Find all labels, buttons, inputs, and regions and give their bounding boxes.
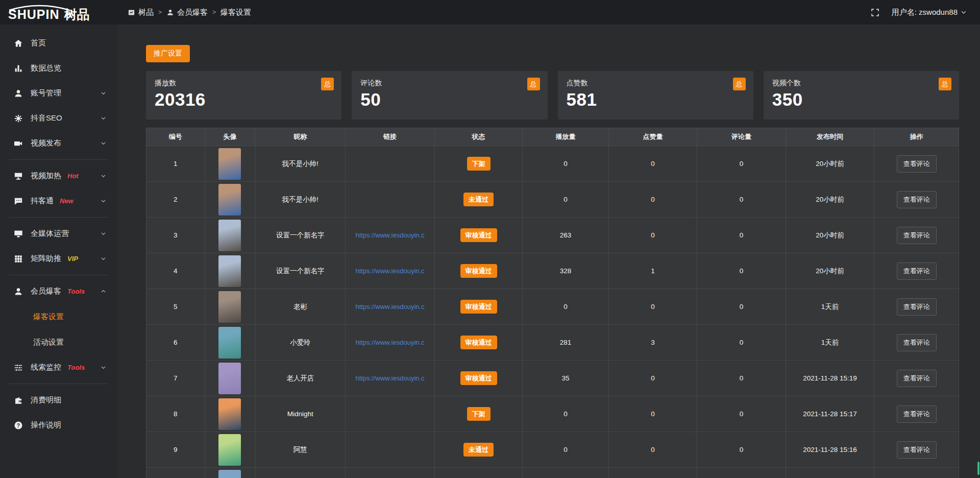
table-row: 3 设置一个新名字 https://www.iesdouyin.c 审核通过 2…: [146, 218, 959, 253]
sidebar-divider: [9, 275, 108, 275]
sidebar-item-video-heat[interactable]: 视频加热 Hot: [0, 163, 117, 188]
view-comments-button[interactable]: 查看评论: [897, 227, 937, 244]
video-link[interactable]: https://www.iesdouyin.c: [356, 231, 425, 239]
cell-likes: 0: [608, 182, 697, 218]
avatar-boy-portrait: [218, 148, 241, 180]
cell-avatar: [205, 432, 255, 468]
cell-status: 未通过: [435, 182, 523, 218]
cell-likes: 0: [608, 432, 697, 468]
column-header: 编号: [146, 128, 205, 146]
cell-action: 查看评论: [874, 218, 959, 253]
sidebar: 首页 数据总览 账号管理 抖音SEO 视频发布 视频加热 Hot 抖客通 New: [0, 25, 117, 478]
table-row: 7 老人开店 https://www.iesdouyin.c 审核通过 35 0…: [146, 361, 959, 396]
sidebar-divider: [9, 217, 108, 218]
sidebar-item-clue-monitor[interactable]: 线索监控 Tools: [0, 355, 117, 380]
chat-icon: [14, 197, 23, 206]
cell-status: 下架: [435, 146, 523, 182]
cell-time: 2021-11-28 15:16: [786, 432, 874, 468]
sidebar-item-home[interactable]: 首页: [0, 31, 117, 56]
avatar-person-photo: [218, 327, 241, 358]
user-menu[interactable]: 用户名: zswodun88: [892, 8, 967, 17]
total-badge: 总: [939, 78, 951, 90]
cell-comments: 0: [697, 325, 786, 361]
sidebar-item-matrix-boost[interactable]: 矩阵助推 VIP: [0, 246, 117, 271]
sidebar-subitem-activity-settings[interactable]: 活动设置: [0, 329, 117, 355]
total-badge: 总: [321, 78, 334, 90]
cell-likes: 0: [608, 289, 697, 325]
sidebar-item-all-media-operation[interactable]: 全媒体运营: [0, 221, 117, 246]
sidebar-item-tag: New: [60, 197, 74, 205]
video-link[interactable]: https://www.iesdouyin.c: [356, 374, 425, 382]
chevron-down-icon: [101, 90, 106, 96]
cell-plays: 0: [523, 289, 609, 325]
cell-plays: 263: [523, 218, 609, 253]
stat-card: 视频个数 350 总: [764, 71, 959, 119]
promo-settings-button[interactable]: 推广设置: [146, 45, 190, 62]
view-comments-button[interactable]: 查看评论: [897, 441, 937, 459]
cell-link: [346, 146, 435, 182]
breadcrumb-item-shupin[interactable]: 树品: [128, 8, 154, 17]
video-camera-icon: [14, 139, 23, 148]
sidebar-item-operation-guide[interactable]: ? 操作说明: [0, 413, 117, 438]
cell-id: 4: [146, 253, 205, 289]
logo-arc: [7, 5, 71, 11]
view-comments-button[interactable]: 查看评论: [897, 262, 937, 280]
view-comments-button[interactable]: 查看评论: [897, 298, 937, 316]
sidebar-item-label: 消费明细: [31, 395, 61, 405]
cell-time: 2021-11-28 15:17: [786, 396, 874, 432]
breadcrumb-item-baoke-settings[interactable]: 爆客设置: [220, 8, 251, 17]
cell-avatar: [205, 468, 255, 478]
scrollbar-thumb[interactable]: [977, 462, 979, 475]
cell-nickname: 设置一个新名字: [255, 218, 346, 253]
topbar-right: 用户名: zswodun88: [871, 8, 980, 17]
stat-card-label: 视频个数: [772, 79, 950, 88]
table-row: 6 小爱玲 https://www.iesdouyin.c 审核通过 281 3…: [146, 325, 959, 361]
sidebar-item-video-publish[interactable]: 视频发布: [0, 131, 117, 156]
cell-likes: 1: [608, 253, 697, 289]
cell-nickname: 老彬: [255, 289, 346, 325]
home-icon: [14, 39, 23, 48]
view-comments-button[interactable]: 查看评论: [897, 155, 937, 173]
cell-likes: 0: [608, 218, 697, 253]
sidebar-divider: [9, 384, 108, 384]
sidebar-item-account-management[interactable]: 账号管理: [0, 81, 117, 106]
sidebar-item-member-baoke[interactable]: 会员爆客 Tools: [0, 279, 117, 304]
sidebar-item-data-overview[interactable]: 数据总览: [0, 56, 117, 81]
user-icon: [14, 89, 23, 98]
cell-status: [435, 468, 523, 478]
cell-action: 查看评论: [874, 396, 959, 432]
cell-action: 查看评论: [874, 253, 959, 289]
view-comments-button[interactable]: 查看评论: [897, 370, 937, 387]
table-body: 1 我不是小帅! 下架 0 0 0 20小时前 查看评论 2 我不是小帅! 未通…: [146, 146, 959, 478]
stat-card-label: 播放数: [155, 79, 333, 88]
view-comments-button[interactable]: 查看评论: [897, 334, 937, 351]
wallet-icon: [14, 396, 23, 405]
help-icon: ?: [14, 421, 23, 430]
video-link[interactable]: https://www.iesdouyin.c: [356, 267, 425, 275]
sidebar-item-douketong[interactable]: 抖客通 New: [0, 188, 117, 213]
column-header: 评论量: [697, 128, 786, 146]
sidebar-item-consume-detail[interactable]: 消费明细: [0, 388, 117, 413]
video-link[interactable]: https://www.iesdouyin.c: [356, 339, 425, 346]
avatar-purple-cartoon: [218, 363, 241, 394]
chevron-up-icon: [101, 289, 106, 294]
cell-status: 审核通过: [435, 361, 523, 396]
fullscreen-icon[interactable]: [871, 8, 879, 17]
column-header: 点赞量: [608, 128, 697, 146]
breadcrumb-label: 树品: [138, 8, 154, 17]
breadcrumb-item-member-baoke[interactable]: 会员爆客: [166, 8, 208, 17]
avatar-green-paint: [218, 434, 241, 466]
stat-card: 点赞数 581 总: [558, 71, 753, 119]
sidebar-item-label: 抖客通: [31, 196, 54, 206]
stat-card-label: 评论数: [360, 79, 538, 88]
sidebar-subitem-baoke-settings[interactable]: 爆客设置: [0, 304, 117, 329]
user-small-icon: [166, 9, 174, 16]
username-label: 用户名: zswodun88: [892, 8, 958, 17]
view-comments-button[interactable]: 查看评论: [897, 405, 937, 423]
sidebar-item-douyin-seo[interactable]: 抖音SEO: [0, 106, 117, 131]
cell-action: 查看评论: [874, 325, 959, 361]
cell-comments: 0: [697, 146, 786, 182]
view-comments-button[interactable]: 查看评论: [897, 191, 937, 208]
cell-nickname: Midnight: [255, 396, 346, 432]
video-link[interactable]: https://www.iesdouyin.c: [356, 303, 425, 310]
